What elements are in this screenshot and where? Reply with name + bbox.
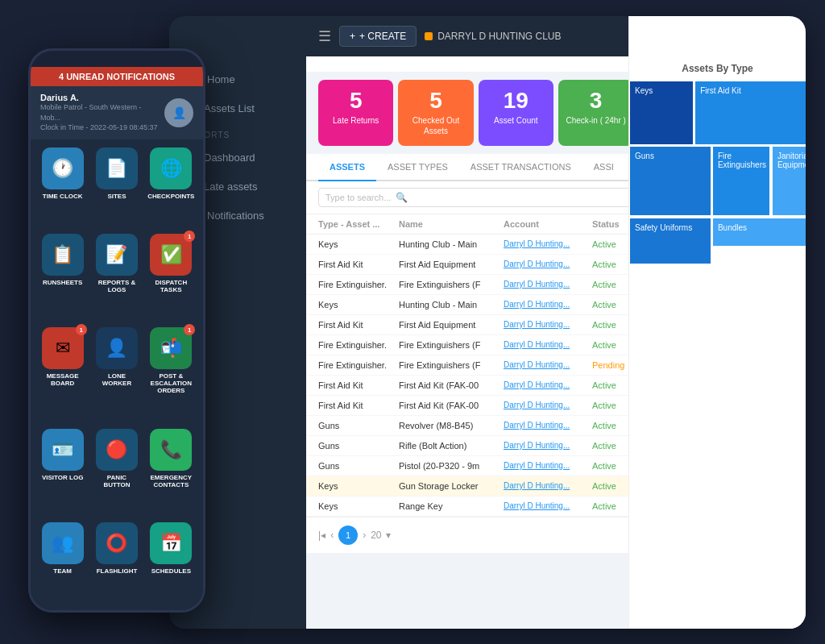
- menu-icon[interactable]: ☰: [318, 27, 331, 45]
- app-label-sites: SITES: [107, 193, 126, 200]
- table-header-1: Name: [399, 219, 504, 229]
- treemap: KeysFirst Aid KitGunsFire ExtinguishersJ…: [629, 81, 806, 564]
- app-label-time-clock: TIME CLOCK: [43, 193, 83, 200]
- treemap-cell-guns: Guns: [629, 146, 711, 216]
- sidebar-notif-label: Notifications: [207, 210, 264, 222]
- stat-card-0[interactable]: 5Late Returns: [318, 80, 393, 146]
- app-icon-reports-logs: 📝: [96, 234, 138, 276]
- stat-card-2[interactable]: 19Asset Count: [479, 80, 553, 146]
- app-label-emergency-contacts: EMERGENCY CONTACTS: [147, 474, 195, 488]
- app-label-reports-logs: REPORTS & LOGS: [93, 279, 140, 293]
- notification-count: 4 UNREAD NOTIFICATIONS: [59, 72, 175, 81]
- sidebar-dashboard-label: Dashboard: [204, 152, 255, 164]
- app-time-clock[interactable]: 🕐 TIME CLOCK: [39, 147, 86, 227]
- app-sites[interactable]: 📄 SITES: [93, 147, 140, 227]
- app-icon-message-board: ✉ 1: [42, 327, 84, 369]
- tab-asset-types[interactable]: ASSET TYPES: [376, 154, 459, 181]
- tab-assets[interactable]: ASSETS: [318, 154, 376, 181]
- chart-title: Assets By Type: [629, 16, 806, 81]
- user-info: Darius A. Mobile Patrol - South Western …: [31, 86, 203, 139]
- create-button[interactable]: + + CREATE: [339, 26, 417, 47]
- sidebar-assets-label: Assets List: [204, 102, 255, 114]
- app-label-panic-button: PANIC BUTTON: [93, 474, 140, 488]
- app-emergency-contacts[interactable]: 📞 EMERGENCY CONTACTS: [147, 429, 195, 516]
- app-label-lone-worker: LONE WORKER: [93, 372, 140, 387]
- app-label-post-escalation: POST & ESCALATION ORDERS: [147, 372, 195, 394]
- app-icon-time-clock: 🕐: [42, 147, 84, 189]
- user-clock: Clock in Time - 2022-05-19 08:45:37: [40, 123, 158, 133]
- app-reports-logs[interactable]: 📝 REPORTS & LOGS: [93, 234, 140, 321]
- user-avatar: 👤: [164, 98, 193, 127]
- app-panic-button[interactable]: 🔴 PANIC BUTTON: [93, 429, 140, 516]
- app-label-checkpoints: CHECKPOINTS: [147, 193, 194, 200]
- club-badge: DARRYL D HUNTING CLUB: [425, 31, 561, 42]
- sidebar-late-label: Late assets: [204, 181, 258, 193]
- app-icon-dispatch-tasks: ✅ 1: [150, 234, 192, 276]
- app-label-visitor-log: VISITOR LOG: [42, 474, 83, 481]
- app-team[interactable]: 👥 TEAM: [39, 522, 86, 602]
- treemap-cell-safety-uniforms: Safety Uniforms: [629, 218, 711, 264]
- treemap-cell-keys: Keys: [629, 81, 694, 145]
- app-post-escalation[interactable]: 📬 1 POST & ESCALATION ORDERS: [147, 327, 195, 422]
- treemap-cell-fire-extinguishers: Fire Extinguishers: [712, 146, 771, 216]
- phone: 4 UNREAD NOTIFICATIONS Darius A. Mobile …: [28, 48, 205, 613]
- app-icon-runsheets: 📋: [42, 234, 84, 276]
- app-icon-sites: 📄: [96, 147, 138, 189]
- club-dot: [425, 32, 433, 40]
- user-name: Darius A.: [40, 93, 158, 102]
- treemap-cell-first-aid-kit: First Aid Kit: [694, 81, 806, 145]
- treemap-cell-bundles: Bundles: [712, 218, 806, 247]
- search-placeholder: Type to search...: [325, 193, 391, 202]
- user-text: Darius A. Mobile Patrol - South Western …: [40, 93, 158, 133]
- tab-asset-more[interactable]: ASSI: [582, 154, 625, 181]
- table-header-2: Account: [504, 219, 592, 229]
- stat-card-3[interactable]: 3Check-in ( 24hr ): [558, 80, 633, 146]
- app-label-runsheets: RUNSHEETS: [43, 279, 82, 286]
- app-icon-team: 👥: [42, 522, 84, 564]
- app-runsheets[interactable]: 📋 RUNSHEETS: [39, 234, 86, 321]
- app-dispatch-tasks[interactable]: ✅ 1 DISPATCH TASKS: [147, 234, 195, 321]
- tablet: 🏠 Home ▦ Assets List Reports ▦ Dashboard…: [169, 16, 806, 629]
- app-icon-emergency-contacts: 📞: [150, 429, 192, 471]
- club-name: DARRYL D HUNTING CLUB: [437, 31, 561, 42]
- table-header-0: Type - Asset ...: [318, 219, 399, 229]
- plus-icon: +: [350, 31, 355, 42]
- app-icon-checkpoints: 🌐: [150, 147, 192, 189]
- page-1-button[interactable]: 1: [338, 526, 358, 545]
- app-label-team: TEAM: [53, 567, 72, 575]
- app-icon-schedules: 📅: [150, 522, 192, 564]
- app-grid: 🕐 TIME CLOCK 📄 SITES 🌐 CHECKPOINTS 📋 RUN…: [31, 139, 203, 610]
- app-icon-flashlight: ⭕: [96, 522, 138, 564]
- notification-bar: 4 UNREAD NOTIFICATIONS: [31, 67, 203, 86]
- tab-asset-transactions[interactable]: ASSET TRANSACTIONS: [459, 154, 582, 181]
- phone-notch: [85, 51, 149, 67]
- phone-screen: 4 UNREAD NOTIFICATIONS Darius A. Mobile …: [31, 67, 203, 610]
- treemap-cell-janitorial-equipment: Janitorial Equipment: [772, 146, 806, 216]
- app-label-flashlight: FLASHLIGHT: [97, 567, 138, 575]
- create-label: + CREATE: [359, 31, 406, 42]
- user-role: Mobile Patrol - South Western - Mob...: [40, 102, 158, 123]
- app-icon-panic-button: 🔴: [96, 429, 138, 471]
- app-message-board[interactable]: ✉ 1 MESSAGE BOARD: [39, 327, 86, 422]
- app-visitor-log[interactable]: 🪪 VISITOR LOG: [39, 429, 86, 516]
- app-icon-visitor-log: 🪪: [42, 429, 84, 471]
- sidebar-home-label: Home: [207, 73, 235, 85]
- app-checkpoints[interactable]: 🌐 CHECKPOINTS: [147, 147, 195, 227]
- stat-card-1[interactable]: 5Checked Out Assets: [398, 80, 473, 146]
- app-label-schedules: SCHEDULES: [151, 567, 191, 575]
- search-icon: 🔍: [396, 192, 408, 203]
- app-label-message-board: MESSAGE BOARD: [39, 372, 86, 387]
- app-schedules[interactable]: 📅 SCHEDULES: [147, 522, 195, 602]
- app-icon-post-escalation: 📬 1: [150, 327, 192, 369]
- app-icon-lone-worker: 👤: [96, 327, 138, 369]
- chart-panel: Assets By Type KeysFirst Aid KitGunsFire…: [628, 16, 806, 629]
- app-label-dispatch-tasks: DISPATCH TASKS: [147, 279, 195, 293]
- app-flashlight[interactable]: ⭕ FLASHLIGHT: [93, 522, 140, 602]
- app-lone-worker[interactable]: 👤 LONE WORKER: [93, 327, 140, 422]
